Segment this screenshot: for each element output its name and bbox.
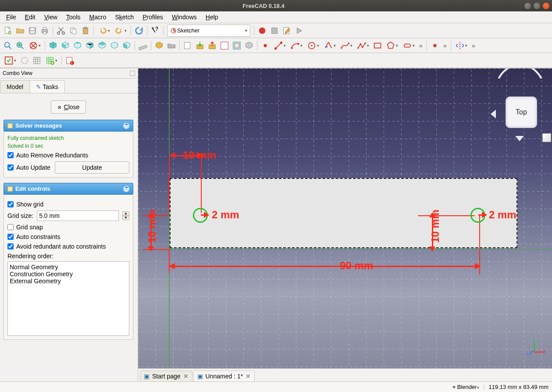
save-file-icon[interactable] [27, 25, 38, 36]
nav-style-indicator[interactable]: ⌖ Blender▾ [452, 384, 479, 391]
sk-polyline-icon[interactable]: ▾ [355, 40, 371, 51]
list-item[interactable]: Construction Geometry [10, 271, 127, 278]
auto-update-checkbox[interactable]: Auto Update [7, 164, 50, 171]
macro-record-icon[interactable] [256, 25, 268, 36]
open-file-icon[interactable] [14, 25, 26, 36]
sk-circle-icon[interactable]: ▾ [305, 40, 321, 51]
view-rear-icon[interactable] [96, 40, 108, 51]
undo-icon[interactable]: ▾ [96, 25, 112, 36]
sk-symmetry-icon[interactable]: ▾ [453, 40, 469, 51]
draw-style-icon[interactable]: ▾ [27, 40, 43, 51]
toolbar-overflow-icon[interactable]: » [417, 40, 424, 51]
print-icon[interactable] [39, 25, 50, 36]
navcube-down-arrow[interactable] [515, 136, 524, 141]
grid-snap-checkbox[interactable]: Grid snap [7, 224, 129, 231]
part-icon[interactable] [153, 40, 165, 51]
auto-constraints-checkbox[interactable]: Auto constraints [7, 233, 129, 240]
refresh-icon[interactable] [133, 25, 145, 36]
sk-configure-icon[interactable]: ▾ [43, 55, 59, 66]
measure-icon[interactable] [137, 40, 149, 51]
workbench-selector[interactable]: Sketcher ▾ [167, 25, 250, 37]
sk-view-section-icon[interactable] [19, 55, 30, 66]
toolbar-overflow-icon[interactable]: » [470, 40, 477, 51]
dim-label-r1[interactable]: 2 mm [212, 209, 239, 221]
navcube-left-arrow[interactable] [491, 110, 496, 118]
doc-tab-unnamed[interactable]: ▣ Unnamed : 1* ✕ [193, 371, 255, 381]
sk-rectangle-icon[interactable] [372, 40, 383, 51]
sk-grid-icon[interactable] [31, 55, 43, 66]
dim-label-r2[interactable]: 2 mm [489, 209, 516, 221]
sk-leave-icon[interactable]: ▾ [2, 55, 18, 66]
list-item[interactable]: Normal Geometry [10, 264, 127, 271]
navcube-face[interactable]: Top [506, 96, 537, 128]
avoid-redundant-checkbox[interactable]: Avoid redundant auto constraints [7, 243, 129, 250]
menu-windows[interactable]: Windows [167, 12, 201, 22]
dock-toggle-icon[interactable] [130, 71, 135, 76]
sketch-new-icon[interactable] [219, 40, 230, 51]
sk-line-icon[interactable]: ▾ [272, 40, 288, 51]
menu-macro[interactable]: Macro [85, 12, 111, 22]
close-icon[interactable]: ✕ [246, 373, 251, 380]
dim-label-vertical[interactable]: 10 mm [429, 210, 442, 243]
list-item[interactable]: External Geometry [10, 278, 127, 285]
menu-file[interactable]: File [2, 12, 21, 22]
solver-section-header[interactable]: Solver messages ⌃ [4, 120, 133, 132]
menu-view[interactable]: View [40, 12, 62, 22]
sk-bspline-icon[interactable]: ▾ [338, 40, 354, 51]
sk-conic-icon[interactable]: ▾ [322, 40, 338, 51]
view-front-icon[interactable] [60, 40, 71, 51]
close-icon[interactable]: ✕ [183, 373, 189, 380]
sketch-map-icon[interactable] [243, 40, 255, 51]
window-minimize-button[interactable] [524, 3, 531, 9]
dim-label-bottom[interactable]: 90 mm [340, 260, 373, 272]
view-right-icon[interactable] [84, 40, 96, 51]
macro-edit-icon[interactable] [281, 25, 292, 36]
cn-coincident-icon[interactable] [429, 40, 441, 51]
close-button[interactable]: Close [51, 100, 86, 114]
link-make-icon[interactable] [182, 40, 193, 51]
edit-controls-section-header[interactable]: Edit controls ⌃ [4, 183, 133, 195]
grid-size-input[interactable] [37, 210, 119, 221]
zoom-fit-icon[interactable] [2, 40, 14, 51]
sk-point-icon[interactable] [260, 40, 271, 51]
sketch-edit-icon[interactable] [231, 40, 242, 51]
navigation-cube[interactable]: Top [493, 77, 546, 143]
zoom-selection-icon[interactable] [14, 40, 26, 51]
navcube-mini-cube[interactable] [542, 133, 551, 142]
menu-sketch[interactable]: Sketch [110, 12, 138, 22]
menu-edit[interactable]: Edit [21, 12, 40, 22]
doc-tab-start[interactable]: ▣ Start page ✕ [140, 371, 192, 381]
view-left-icon[interactable] [121, 40, 132, 51]
view-iso-icon[interactable] [47, 40, 59, 51]
menu-profiles[interactable]: Profiles [138, 12, 167, 22]
tab-tasks[interactable]: ✎Tasks [29, 80, 65, 93]
collapse-icon[interactable]: ⌃ [123, 186, 129, 192]
view-top-icon[interactable] [72, 40, 83, 51]
sk-select-conflict-icon[interactable]: ! [64, 55, 75, 66]
group-icon[interactable] [166, 40, 177, 51]
collapse-icon[interactable]: ⌃ [123, 123, 129, 129]
3d-viewport[interactable]: 10 mm 10 mm 10 mm 90 mm 2 [138, 68, 552, 368]
dim-label-top[interactable]: 10 mm [183, 149, 216, 161]
sk-slot-icon[interactable]: ▾ [401, 40, 417, 51]
cut-icon[interactable] [55, 25, 67, 36]
link-import-icon[interactable] [194, 40, 206, 51]
new-file-icon[interactable] [2, 25, 14, 36]
update-button[interactable]: Update [55, 161, 129, 174]
link-export-icon[interactable] [207, 40, 218, 51]
auto-remove-redundants-checkbox[interactable]: Auto Remove Redundants [7, 152, 129, 159]
show-grid-checkbox[interactable]: Show grid [7, 201, 129, 208]
sk-arc-icon[interactable]: ▾ [288, 40, 304, 51]
macro-play-icon[interactable] [293, 25, 305, 36]
grid-size-spinner[interactable]: ▲▼ [122, 211, 129, 220]
window-close-button[interactable] [543, 3, 549, 9]
paste-icon[interactable] [80, 25, 91, 36]
tasks-panel[interactable]: Close Solver messages ⌃ Fully constraine… [0, 93, 138, 381]
copy-icon[interactable] [68, 25, 79, 36]
menu-tools[interactable]: Tools [62, 12, 85, 22]
dim-label-left[interactable]: 10 mm [146, 210, 158, 243]
macro-stop-icon[interactable] [269, 25, 280, 36]
toolbar-overflow-icon[interactable]: » [442, 40, 449, 51]
whats-this-icon[interactable]: ? [150, 25, 161, 36]
redo-icon[interactable]: ▾ [113, 25, 128, 36]
